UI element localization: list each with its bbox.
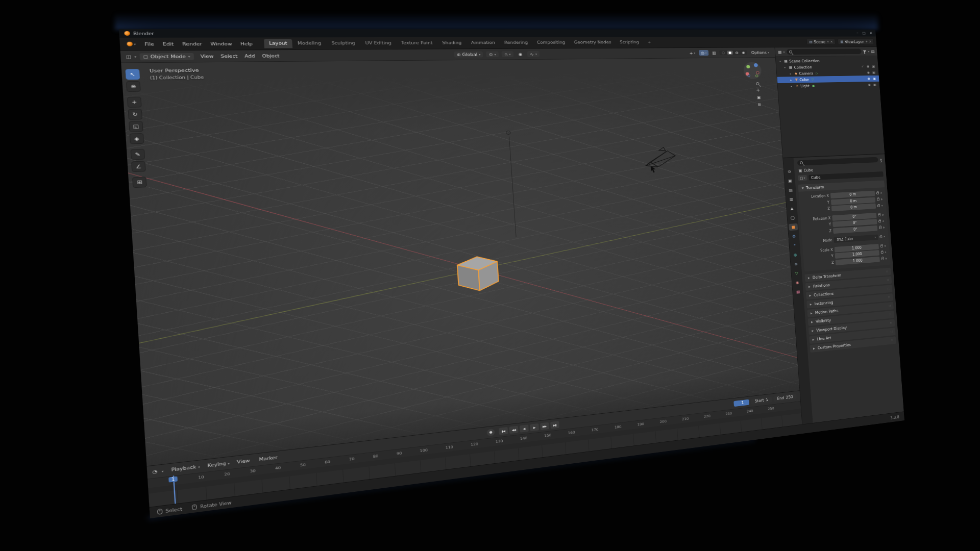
falloff-dropdown[interactable]: ∿ ▾ (527, 51, 540, 57)
visibility-toggles[interactable]: ◉ ▣ (868, 83, 877, 86)
frame-field[interactable]: End 250 (773, 393, 797, 402)
properties-tab-physics[interactable]: ◍ (791, 251, 800, 258)
topbar-menu[interactable]: Help (236, 40, 257, 47)
transform-orientation-dropdown[interactable]: ⊕ Global ▾ (454, 52, 483, 58)
tool-button-add-cube[interactable]: ⊞ (132, 177, 147, 188)
show-gizmo-dropdown[interactable]: + ▾ (688, 50, 697, 56)
outliner-search-input[interactable] (786, 49, 862, 55)
drag-grip-icon[interactable]: ∷ (886, 270, 888, 273)
properties-tab-constraints[interactable]: ⊗ (792, 260, 801, 267)
transport-button-jump-to-end[interactable]: ▶▮ (550, 421, 559, 429)
workspace-tab[interactable]: UV Editing (360, 39, 397, 48)
expand-arrow-icon[interactable]: ▾ (779, 60, 782, 63)
visibility-toggles[interactable]: ◉ ▣ (867, 77, 876, 80)
properties-tab-render[interactable]: ▣ (786, 177, 795, 184)
properties-tab-object-data[interactable]: ▽ (792, 269, 801, 277)
unlink-scene-icon[interactable]: ✕ (830, 40, 833, 43)
shading-mode-rendered[interactable]: ◉ (741, 51, 747, 55)
light-object[interactable] (506, 131, 511, 135)
pivot-point-dropdown[interactable]: ⊙ ▾ (486, 51, 499, 57)
workspace-tab[interactable]: Texture Paint (396, 39, 438, 48)
workspace-tab[interactable]: + (643, 38, 656, 46)
drag-grip-icon[interactable]: ∷ (887, 287, 889, 290)
visibility-toggles[interactable]: ✓ ◉ ▣ (861, 64, 875, 68)
pan-icon[interactable]: ✛ (756, 88, 760, 92)
shading-mode-material-preview[interactable]: ◍ (734, 51, 740, 55)
shading-mode-wireframe[interactable]: ◌ (720, 51, 726, 55)
tool-button-scale[interactable]: ◱ (129, 121, 143, 132)
viewport-menu[interactable]: Select (217, 53, 241, 60)
transport-button-next-keyframe[interactable]: ▶▶ (540, 422, 549, 430)
axis-y-handle[interactable] (746, 65, 750, 68)
options-dropdown[interactable]: Options ▾ (749, 49, 772, 56)
minimize-button[interactable]: – (856, 31, 859, 35)
drag-grip-icon[interactable]: ∷ (889, 313, 891, 316)
camera-object[interactable] (643, 145, 680, 173)
transport-button-play-reverse[interactable]: ◀ (519, 424, 528, 433)
xray-toggle[interactable]: ▥ (710, 50, 718, 56)
tool-button-transform[interactable]: ◈ (130, 133, 144, 144)
topbar-menu[interactable]: Render (178, 40, 206, 47)
timeline-menu[interactable]: Keying ▾ (204, 459, 233, 469)
topbar-menu[interactable]: Edit (158, 40, 178, 47)
properties-tab-modifiers[interactable]: ⚙ (790, 233, 799, 240)
outliner-row[interactable]: ▸ ☀ Light ● ◉ ▣ (777, 82, 879, 90)
close-button[interactable]: ✕ (869, 31, 872, 35)
lock-icon[interactable] (878, 214, 880, 216)
new-scene-icon[interactable]: + (826, 40, 829, 43)
transform-value-field[interactable]: XYZ Euler (834, 235, 878, 243)
properties-tab-particles[interactable]: * (790, 242, 799, 249)
transport-button-jump-to-start[interactable]: ▮◀ (499, 427, 508, 435)
transport-button-prev-keyframe[interactable]: ◀◀ (509, 425, 518, 434)
animate-dot-icon[interactable] (880, 192, 882, 194)
lock-icon[interactable] (880, 245, 883, 247)
workspace-tab[interactable]: Modeling (292, 39, 327, 48)
axis-x-negative-handle[interactable] (756, 71, 759, 74)
expand-arrow-icon[interactable]: ▸ (790, 79, 793, 82)
axis-z-negative-handle[interactable] (747, 74, 750, 77)
camera-view-icon[interactable]: ▣ (757, 95, 761, 99)
tool-button-rotate[interactable]: ↻ (128, 109, 142, 119)
lock-icon[interactable] (879, 227, 881, 229)
timeline-menu[interactable]: View (234, 457, 255, 466)
axis-z-handle[interactable] (754, 63, 758, 67)
animate-dot-icon[interactable] (884, 245, 886, 246)
filter-icon[interactable] (863, 51, 867, 53)
pin-icon[interactable] (880, 159, 881, 160)
tool-button-move[interactable]: + (127, 97, 142, 108)
topbar-menu[interactable]: File (140, 40, 159, 47)
lock-icon[interactable] (881, 258, 884, 260)
expand-arrow-icon[interactable]: ▾ (784, 66, 787, 69)
workspace-tab[interactable]: Geometry Nodes (569, 38, 616, 47)
timeline-menu[interactable]: Marker (256, 454, 282, 464)
viewport-menu[interactable]: View (197, 53, 217, 60)
drag-grip-icon[interactable]: ∷ (889, 304, 891, 308)
lock-icon[interactable] (879, 236, 882, 238)
frame-field[interactable]: Start 1 (751, 396, 772, 405)
topbar-menu[interactable]: Window (206, 40, 236, 47)
animate-dot-icon[interactable] (882, 214, 884, 216)
animate-dot-icon[interactable] (885, 252, 886, 253)
proportional-editing-toggle[interactable]: ◉ (516, 51, 525, 57)
auto-keying-toggle[interactable]: ● (486, 429, 495, 437)
maximize-button[interactable]: □ (862, 31, 866, 35)
properties-tab-tool[interactable]: ⊙ (785, 168, 794, 175)
timeline-menu[interactable]: Playback ▾ (168, 463, 204, 474)
lock-icon[interactable] (877, 205, 879, 207)
transform-value-field[interactable]: 0 m (831, 204, 876, 211)
animate-dot-icon[interactable] (884, 236, 885, 237)
lock-icon[interactable] (880, 252, 883, 254)
frame-field[interactable]: 1 (734, 399, 750, 407)
workspace-tab[interactable]: Layout (263, 39, 292, 48)
viewlayer-selector[interactable]: ▥ ViewLayer + ✕ (838, 38, 874, 44)
new-viewlayer-icon[interactable]: + (865, 40, 868, 43)
properties-tab-object[interactable]: ■ (789, 223, 798, 231)
editor-type-icon[interactable]: ◫ (126, 54, 131, 59)
outliner-mode-icon[interactable]: ▤ (871, 49, 874, 54)
tool-button-select-box[interactable]: ↖ (125, 69, 140, 80)
properties-tab-world[interactable]: ◯ (788, 214, 797, 221)
lock-icon[interactable] (876, 192, 879, 194)
axis-y-negative-handle[interactable] (755, 74, 758, 77)
lock-icon[interactable] (876, 198, 879, 201)
outliner-editor-type-icon[interactable]: ▦ (778, 50, 782, 54)
